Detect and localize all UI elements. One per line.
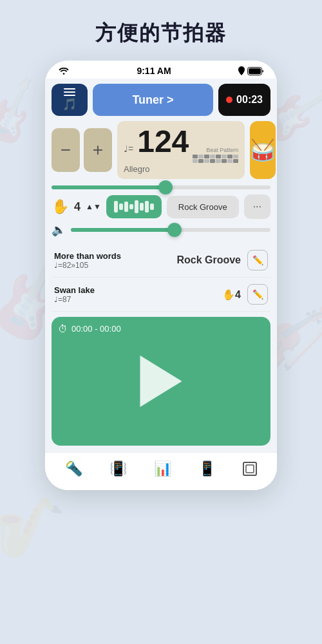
recording-indicator (226, 97, 232, 103)
svg-rect-6 (249, 68, 261, 74)
bottom-nav: 🔦 📳 📊 📱 (45, 452, 277, 490)
timer-button[interactable]: 00:23 (218, 84, 270, 116)
song-info: Swan lake ♩=87 (54, 285, 222, 304)
nav-stats[interactable]: 📊 (154, 460, 171, 477)
page-background: 🎸 🎻 🎸 🎸 🎷 方便的节拍器 9:11 AM (0, 0, 322, 490)
location-icon (238, 66, 245, 75)
player-area[interactable]: ⏱ 00:00 - 00:00 (52, 317, 270, 446)
song-list: More than words ♩=82»105 Rock Groove ✏️ … (45, 243, 277, 312)
tempo-slider-container (45, 184, 277, 194)
volume-icon: 🔈 (52, 223, 66, 237)
app-content: 🎵 Tuner > 00:23 − + ♩= 124 (45, 79, 277, 490)
beat-count: 4 (74, 200, 80, 214)
menu-button[interactable]: 🎵 (52, 84, 88, 116)
song-right: ✋4 ✏️ (222, 284, 268, 305)
song-groove-hand: ✋4 (222, 289, 241, 301)
more-button[interactable]: ··· (244, 194, 270, 219)
song-bpm: ♩=87 (54, 295, 222, 304)
phone-frame: 9:11 AM (45, 61, 277, 490)
player-time-display: ⏱ 00:00 - 00:00 (58, 323, 121, 334)
status-bar: 9:11 AM (45, 61, 277, 79)
music-note-icon: 🎵 (62, 97, 77, 111)
battery-icon (247, 67, 264, 75)
volume-slider-track[interactable] (71, 228, 270, 232)
beat-up-down[interactable]: ▲▼ (86, 202, 101, 211)
bpm-controls: − + (52, 121, 112, 179)
hamburger-icon (64, 88, 75, 96)
time-range: 00:00 - 00:00 (71, 324, 121, 334)
tempo-slider-thumb[interactable] (158, 180, 173, 194)
timer-display: 00:23 (236, 94, 263, 106)
play-button[interactable] (140, 355, 182, 407)
bpm-decrease-button[interactable]: − (52, 128, 80, 172)
drum-button[interactable]: 🥁 (250, 121, 276, 179)
beat-pattern-selector[interactable] (106, 195, 162, 218)
beat-pattern-grid (193, 155, 238, 163)
volume-row: 🔈 (45, 223, 277, 243)
tuner-button[interactable]: Tuner > (93, 84, 213, 116)
svg-rect-8 (246, 465, 254, 473)
nav-vibrate[interactable]: 📳 (109, 460, 127, 477)
tempo-slider-fill (52, 185, 166, 189)
bpm-display: ♩= 124 Beat Pattern (117, 121, 245, 179)
song-bpm: ♩=82»105 (54, 261, 176, 270)
page-title: 方便的节拍器 (0, 0, 322, 61)
bpm-note-symbol: ♩= (124, 144, 133, 154)
nav-flashlight[interactable]: 🔦 (65, 460, 82, 477)
song-right: Rock Groove ✏️ (176, 250, 268, 270)
top-bar: 🎵 Tuner > 00:23 (45, 79, 277, 121)
volume-slider-fill (71, 228, 175, 232)
volume-slider-thumb[interactable] (167, 223, 182, 237)
status-time: 9:11 AM (137, 66, 171, 76)
svg-text:🎷: 🎷 (0, 493, 66, 562)
wifi-icon (58, 66, 70, 75)
status-left (58, 66, 70, 75)
beat-pattern-label: Beat Pattern (206, 147, 238, 153)
nav-device[interactable]: 📱 (198, 460, 216, 477)
song-edit-button[interactable]: ✏️ (247, 284, 268, 305)
volume-slider-container (71, 228, 270, 232)
nav-fullscreen[interactable] (243, 462, 257, 476)
bpm-value: 124 (137, 126, 189, 157)
clock-icon: ⏱ (58, 323, 68, 334)
status-right (238, 66, 264, 75)
song-groove: Rock Groove (176, 254, 241, 266)
groove-button[interactable]: Rock Groove (167, 196, 239, 218)
song-info: More than words ♩=82»105 (54, 251, 176, 270)
bpm-increase-button[interactable]: + (84, 128, 112, 172)
bpm-row: − + ♩= 124 Beat Pattern (45, 121, 277, 184)
tempo-slider-track[interactable] (52, 185, 270, 189)
song-item[interactable]: More than words ♩=82»105 Rock Groove ✏️ (52, 243, 270, 278)
svg-rect-7 (243, 462, 256, 475)
song-edit-button[interactable]: ✏️ (247, 250, 268, 270)
song-item[interactable]: Swan lake ♩=87 ✋4 ✏️ (52, 278, 270, 312)
bpm-tempo: Allegro (124, 164, 238, 174)
song-title: Swan lake (54, 285, 222, 295)
beat-row: ✋ 4 ▲▼ Rock Groove ··· (45, 194, 277, 223)
hand-icon: ✋ (52, 198, 69, 215)
song-title: More than words (54, 251, 176, 261)
